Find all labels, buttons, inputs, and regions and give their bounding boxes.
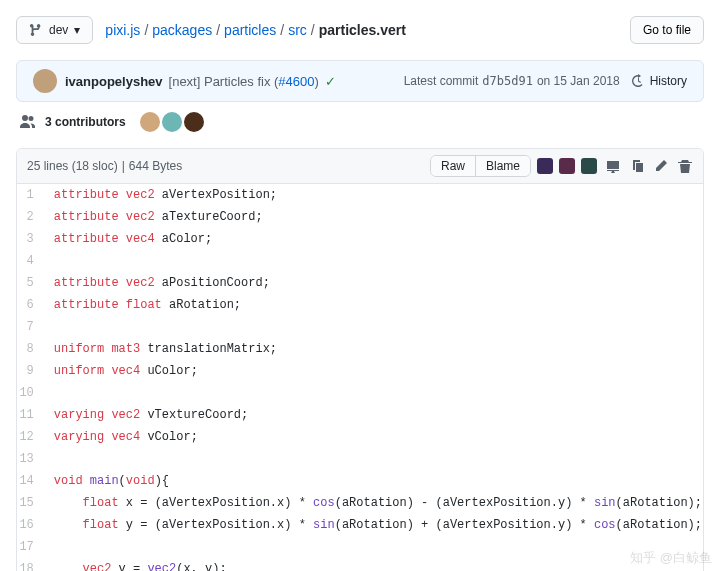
issue-link[interactable]: #4600 bbox=[278, 74, 314, 89]
open-with-app-3-icon[interactable] bbox=[581, 158, 597, 174]
line-content: varying vec2 vTextureCoord; bbox=[44, 404, 703, 426]
file-header: 25 lines (18 sloc) | 644 Bytes Raw Blame bbox=[17, 149, 703, 184]
code-line[interactable]: 18 vec2 v = vec2(x, y); bbox=[17, 558, 703, 571]
code-line[interactable]: 12varying vec4 vColor; bbox=[17, 426, 703, 448]
raw-button[interactable]: Raw bbox=[431, 156, 475, 176]
breadcrumb-current: particles.vert bbox=[319, 22, 406, 38]
author-name[interactable]: ivanpopelyshev bbox=[65, 74, 163, 89]
open-with-app-2-icon[interactable] bbox=[559, 158, 575, 174]
line-content bbox=[44, 448, 703, 470]
open-desktop-icon[interactable] bbox=[605, 158, 621, 174]
line-content bbox=[44, 316, 703, 338]
branch-select-button[interactable]: dev ▾ bbox=[16, 16, 93, 44]
open-with-app-1-icon[interactable] bbox=[537, 158, 553, 174]
line-number[interactable]: 18 bbox=[17, 558, 44, 571]
line-content: float x = (aVertexPosition.x) * cos(aRot… bbox=[44, 492, 703, 514]
git-branch-icon bbox=[29, 23, 43, 37]
edit-icon[interactable] bbox=[653, 158, 669, 174]
people-icon bbox=[20, 114, 36, 130]
code-line[interactable]: 11varying vec2 vTextureCoord; bbox=[17, 404, 703, 426]
code-line[interactable]: 6attribute float aRotation; bbox=[17, 294, 703, 316]
branch-label: dev bbox=[49, 23, 68, 37]
line-content: uniform mat3 translationMatrix; bbox=[44, 338, 703, 360]
code-line[interactable]: 17 bbox=[17, 536, 703, 558]
contributors-count[interactable]: 3 contributors bbox=[45, 115, 126, 129]
line-number[interactable]: 10 bbox=[17, 382, 44, 404]
code-line[interactable]: 5attribute vec2 aPositionCoord; bbox=[17, 272, 703, 294]
commit-date: on 15 Jan 2018 bbox=[537, 74, 620, 88]
line-content: attribute vec2 aTextureCoord; bbox=[44, 206, 703, 228]
code-line[interactable]: 3attribute vec4 aColor; bbox=[17, 228, 703, 250]
contributors-row: 3 contributors bbox=[20, 112, 700, 132]
status-check-icon[interactable]: ✓ bbox=[325, 74, 336, 89]
line-content: vec2 v = vec2(x, y); bbox=[44, 558, 703, 571]
line-number[interactable]: 4 bbox=[17, 250, 44, 272]
line-content: uniform vec4 uColor; bbox=[44, 360, 703, 382]
top-bar: dev ▾ pixi.js/packages/particles/src/par… bbox=[16, 16, 704, 44]
caret-down-icon: ▾ bbox=[74, 23, 80, 37]
line-number[interactable]: 17 bbox=[17, 536, 44, 558]
commit-hash[interactable]: d7b5d91 bbox=[482, 74, 533, 88]
breadcrumb-part-2[interactable]: particles bbox=[224, 22, 276, 38]
file-box: 25 lines (18 sloc) | 644 Bytes Raw Blame… bbox=[16, 148, 704, 571]
line-number[interactable]: 13 bbox=[17, 448, 44, 470]
line-number[interactable]: 7 bbox=[17, 316, 44, 338]
line-number[interactable]: 6 bbox=[17, 294, 44, 316]
line-number[interactable]: 2 bbox=[17, 206, 44, 228]
code-view: 1attribute vec2 aVertexPosition;2attribu… bbox=[17, 184, 703, 571]
breadcrumb-part-0[interactable]: pixi.js bbox=[105, 22, 140, 38]
line-content bbox=[44, 536, 703, 558]
code-line[interactable]: 10 bbox=[17, 382, 703, 404]
line-number[interactable]: 9 bbox=[17, 360, 44, 382]
line-number[interactable]: 16 bbox=[17, 514, 44, 536]
author-avatar[interactable] bbox=[33, 69, 57, 93]
copy-icon[interactable] bbox=[629, 158, 645, 174]
line-number[interactable]: 8 bbox=[17, 338, 44, 360]
line-number[interactable]: 3 bbox=[17, 228, 44, 250]
line-content bbox=[44, 250, 703, 272]
contributor-avatar-2[interactable] bbox=[162, 112, 182, 132]
delete-icon[interactable] bbox=[677, 158, 693, 174]
line-content bbox=[44, 382, 703, 404]
code-line[interactable]: 13 bbox=[17, 448, 703, 470]
commit-message[interactable]: [next] Particles fix (#4600) bbox=[169, 74, 319, 89]
file-lines: 25 lines (18 sloc) bbox=[27, 159, 118, 173]
code-line[interactable]: 16 float y = (aVertexPosition.x) * sin(a… bbox=[17, 514, 703, 536]
breadcrumb-part-1[interactable]: packages bbox=[152, 22, 212, 38]
raw-blame-group: Raw Blame bbox=[430, 155, 531, 177]
contributor-avatar-1[interactable] bbox=[140, 112, 160, 132]
line-content: attribute vec2 aVertexPosition; bbox=[44, 184, 703, 206]
breadcrumb: pixi.js/packages/particles/src/particles… bbox=[105, 22, 406, 38]
line-content: void main(void){ bbox=[44, 470, 703, 492]
code-line[interactable]: 2attribute vec2 aTextureCoord; bbox=[17, 206, 703, 228]
code-line[interactable]: 4 bbox=[17, 250, 703, 272]
line-number[interactable]: 15 bbox=[17, 492, 44, 514]
watermark: 知乎 @白鲸鱼 bbox=[630, 549, 712, 567]
line-number[interactable]: 11 bbox=[17, 404, 44, 426]
history-icon bbox=[630, 73, 646, 89]
code-line[interactable]: 7 bbox=[17, 316, 703, 338]
go-to-file-button[interactable]: Go to file bbox=[630, 16, 704, 44]
contributor-avatar-3[interactable] bbox=[184, 112, 204, 132]
line-content: float y = (aVertexPosition.x) * sin(aRot… bbox=[44, 514, 703, 536]
line-content: attribute vec2 aPositionCoord; bbox=[44, 272, 703, 294]
line-number[interactable]: 14 bbox=[17, 470, 44, 492]
code-line[interactable]: 8uniform mat3 translationMatrix; bbox=[17, 338, 703, 360]
line-number[interactable]: 1 bbox=[17, 184, 44, 206]
code-line[interactable]: 1attribute vec2 aVertexPosition; bbox=[17, 184, 703, 206]
blame-button[interactable]: Blame bbox=[475, 156, 530, 176]
commit-meta: Latest commit d7b5d91 on 15 Jan 2018 His… bbox=[404, 73, 687, 89]
line-content: attribute float aRotation; bbox=[44, 294, 703, 316]
commit-bar: ivanpopelyshev [next] Particles fix (#46… bbox=[16, 60, 704, 102]
line-content: attribute vec4 aColor; bbox=[44, 228, 703, 250]
line-number[interactable]: 5 bbox=[17, 272, 44, 294]
code-line[interactable]: 14void main(void){ bbox=[17, 470, 703, 492]
line-number[interactable]: 12 bbox=[17, 426, 44, 448]
code-line[interactable]: 9uniform vec4 uColor; bbox=[17, 360, 703, 382]
history-link[interactable]: History bbox=[650, 74, 687, 88]
line-content: varying vec4 vColor; bbox=[44, 426, 703, 448]
breadcrumb-part-3[interactable]: src bbox=[288, 22, 307, 38]
latest-commit-label: Latest commit bbox=[404, 74, 479, 88]
code-line[interactable]: 15 float x = (aVertexPosition.x) * cos(a… bbox=[17, 492, 703, 514]
file-size: 644 Bytes bbox=[129, 159, 182, 173]
